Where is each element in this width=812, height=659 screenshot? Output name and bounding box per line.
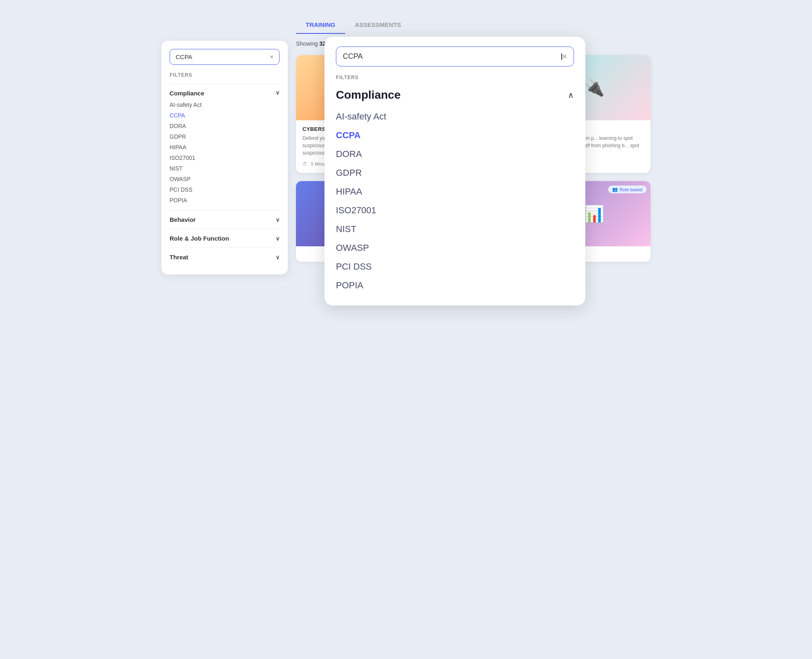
list-item[interactable]: PCI DSS [170,186,280,194]
dropdown-clear-button[interactable]: × [562,52,567,61]
sidebar-threat-section: Threat ∨ [170,248,280,266]
list-item[interactable]: HIPAA [336,183,574,200]
list-item[interactable]: OWASP [336,239,574,257]
dropdown-filters-label: FILTERS [336,75,574,80]
sidebar-compliance-items: AI-safety Act CCPA DORA GDPR HIPAA ISO27… [170,101,280,204]
list-item[interactable]: DORA [170,122,280,130]
sidebar-role-section: Role & Job Function ∨ [170,229,280,248]
list-item[interactable]: NIST [170,164,280,172]
sidebar-search-input[interactable] [176,53,270,60]
list-item[interactable]: POPIA [336,277,574,294]
dropdown-compliance-title: Compliance [336,88,401,102]
sidebar-threat-header[interactable]: Threat ∨ [170,254,280,261]
sidebar-role-title: Role & Job Function [170,235,229,242]
sidebar-compliance-title: Compliance [170,90,204,97]
sidebar-threat-title: Threat [170,254,188,261]
list-item[interactable]: CCPA [170,111,280,119]
sidebar-behavior-header[interactable]: Behavior ∨ [170,216,280,223]
sidebar-compliance-header[interactable]: Compliance ∧ [170,90,280,97]
dropdown-chevron[interactable]: ∧ [568,90,574,100]
dropdown-compliance-header: Compliance ∧ [336,88,574,102]
list-item[interactable]: GDPR [170,133,280,141]
dropdown-search-input[interactable] [343,52,561,61]
sidebar-panel: × FILTERS Compliance ∧ AI-safety Act CCP… [161,41,288,274]
dropdown-items: AI-safety Act CCPA DORA GDPR HIPAA ISO27… [336,108,574,294]
dropdown-search-box: × [336,46,574,66]
list-item[interactable]: GDPR [336,164,574,181]
sidebar-role-header[interactable]: Role & Job Function ∨ [170,235,280,242]
list-item[interactable]: HIPAA [170,143,280,151]
list-item[interactable]: ISO27001 [170,154,280,162]
role-badge: 👥 Role based [608,186,647,193]
tab-training[interactable]: TRAINING [296,16,345,34]
list-item[interactable]: PCI DSS [336,258,574,275]
list-item[interactable]: POPIA [170,196,280,204]
list-item[interactable]: NIST [336,221,574,238]
sidebar-search-box: × [170,49,280,65]
sidebar-compliance-chevron: ∧ [276,90,280,97]
list-item[interactable]: CCPA [336,127,574,144]
sidebar-threat-chevron: ∨ [276,254,280,261]
tab-assessments[interactable]: ASSESSMENTS [345,16,411,34]
list-item[interactable]: DORA [336,146,574,163]
dropdown-overlay: × FILTERS Compliance ∧ AI-safety Act CCP… [324,37,585,305]
list-item[interactable]: ISO27001 [336,202,574,219]
sidebar-filters-label: FILTERS [170,72,280,78]
sidebar-role-chevron: ∨ [276,235,280,242]
tab-bar: TRAINING ASSESSMENTS [296,16,651,34]
list-item[interactable]: AI-safety Act [336,108,574,125]
role-icon: 👥 [612,187,618,192]
sidebar-behavior-section: Behavior ∨ [170,210,280,229]
list-item[interactable]: AI-safety Act [170,101,280,109]
role-badge-container: 👥 Role based [608,185,647,193]
list-item[interactable]: OWASP [170,175,280,183]
sidebar-compliance-section: Compliance ∧ AI-safety Act CCPA DORA GDP… [170,84,280,210]
sidebar-behavior-chevron: ∨ [276,217,280,223]
sidebar-search-clear[interactable]: × [270,54,274,60]
sidebar-behavior-title: Behavior [170,216,196,223]
clock-icon: ⏱ [302,161,307,166]
